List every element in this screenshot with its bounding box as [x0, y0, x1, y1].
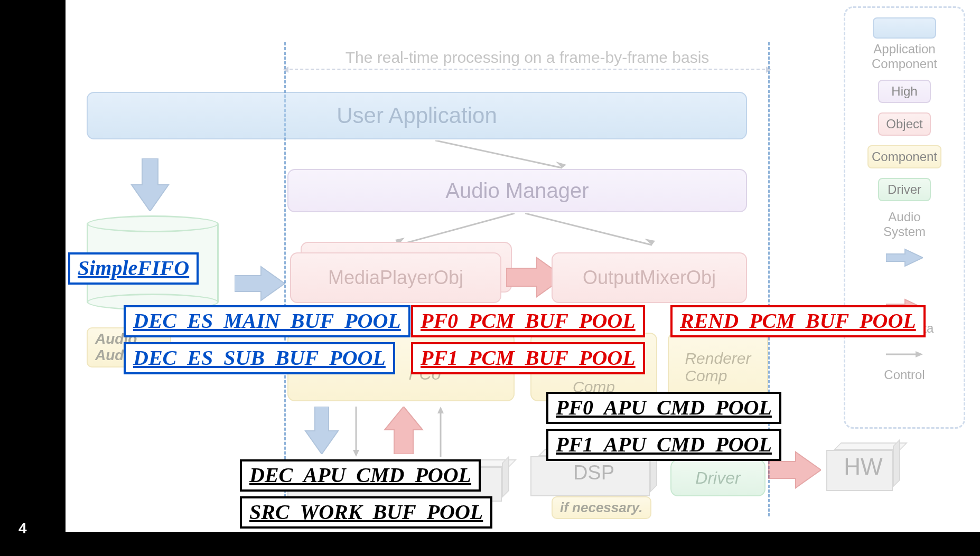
pool-pf0-pcm: PF0_PCM_BUF_POOL — [411, 305, 645, 337]
pool-pf0-apu: PF0_APU_CMD_POOL — [546, 392, 781, 424]
pool-pf1-apu: PF1_APU_CMD_POOL — [546, 429, 781, 461]
overlay-layer: SimpleFIFO DEC_ES_MAIN_BUF_POOL DEC_ES_S… — [66, 0, 980, 532]
pool-rend-pcm: REND_PCM_BUF_POOL — [670, 305, 926, 337]
pool-dec-es-main: DEC_ES_MAIN_BUF_POOL — [124, 305, 410, 337]
pool-dec-apu: DEC_APU_CMD_POOL — [240, 459, 481, 492]
page-number: 4 — [18, 520, 27, 537]
pool-dec-es-sub: DEC_ES_SUB_BUF_POOL — [124, 342, 395, 374]
pool-simple-fifo: SimpleFIFO — [68, 252, 199, 285]
pool-src-work: SRC_WORK_BUF_POOL — [240, 496, 492, 529]
slide-canvas: The real-time processing on a frame-by-f… — [66, 0, 980, 532]
pool-pf1-pcm: PF1_PCM_BUF_POOL — [411, 342, 645, 374]
